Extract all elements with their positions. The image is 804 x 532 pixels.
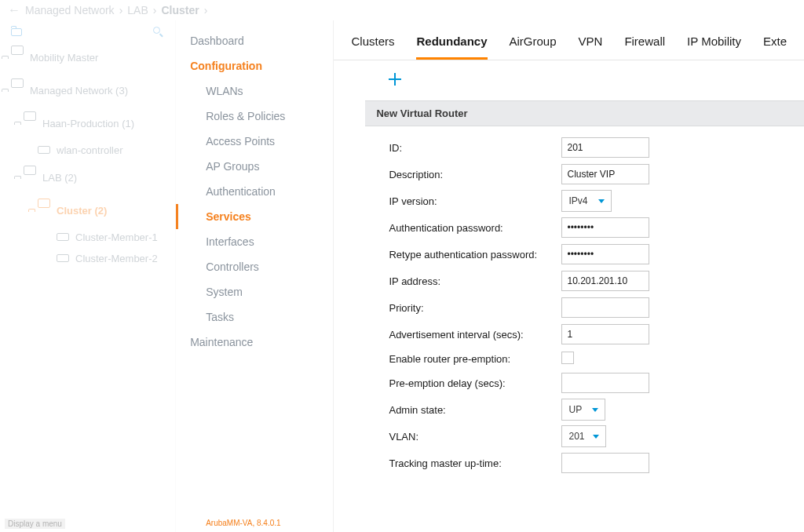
device-icon bbox=[57, 231, 69, 243]
chevron-down-icon bbox=[598, 199, 605, 203]
input-tracking[interactable] bbox=[561, 453, 649, 473]
chevron-down-icon bbox=[593, 435, 599, 439]
tree-item[interactable]: wlan-controller bbox=[0, 140, 175, 161]
tree-item[interactable]: Cluster (2) bbox=[0, 194, 175, 227]
config-menu: DashboardConfigurationWLANsRoles & Polic… bbox=[176, 20, 334, 532]
tree-item[interactable]: LAB (2) bbox=[0, 161, 175, 194]
main-panel: ClustersRedundancyAirGroupVPNFirewallIP … bbox=[334, 20, 804, 532]
label-id: ID: bbox=[389, 142, 561, 154]
menu-item[interactable]: Services bbox=[176, 204, 333, 229]
select-admin-state[interactable]: UP bbox=[561, 399, 605, 421]
tree-item[interactable]: Cluster-Member-1 bbox=[0, 227, 175, 248]
tab[interactable]: IP Mobility bbox=[687, 35, 741, 60]
menu-item[interactable]: WLANs bbox=[176, 78, 333, 104]
menu-item[interactable]: Interfaces bbox=[176, 229, 333, 254]
menu-item[interactable]: Maintenance bbox=[176, 330, 333, 355]
label-preempt-delay: Pre-emption delay (secs): bbox=[389, 377, 561, 389]
tree-item[interactable]: Cluster-Member-2 bbox=[0, 248, 175, 269]
section-header: New Virtual Router bbox=[365, 100, 804, 126]
tree-item-label: Cluster (2) bbox=[57, 205, 107, 217]
input-priority[interactable] bbox=[561, 297, 649, 318]
tree-item[interactable]: Haan-Production (1) bbox=[0, 107, 175, 140]
menu-item[interactable]: Controllers bbox=[176, 254, 333, 279]
input-auth-password[interactable] bbox=[561, 217, 649, 238]
folder-icon bbox=[11, 46, 24, 69]
form-new-virtual-router: ID: Description: IP version: IPv4 bbox=[334, 126, 804, 484]
menu-item[interactable]: System bbox=[176, 279, 333, 304]
back-icon[interactable]: ← bbox=[8, 4, 20, 16]
breadcrumb: ← Managed Network › LAB › Cluster › bbox=[0, 0, 804, 20]
version-footer: ArubaMM-VA, 8.4.0.1 bbox=[206, 519, 280, 527]
menu-item[interactable]: Tasks bbox=[176, 304, 333, 330]
status-hint: Display a menu bbox=[5, 519, 65, 529]
menu-item[interactable]: Authentication bbox=[176, 179, 333, 204]
folder-search-icon[interactable] bbox=[11, 27, 24, 38]
tree-item-label: Cluster-Member-2 bbox=[75, 253, 158, 264]
tree-item-label: wlan-controller bbox=[57, 144, 123, 156]
label-adv-interval: Advertisement interval (secs): bbox=[389, 329, 561, 341]
label-vlan: VLAN: bbox=[389, 431, 561, 443]
label-ip-version: IP version: bbox=[389, 195, 561, 207]
checkbox-preemption[interactable] bbox=[561, 352, 574, 364]
input-description[interactable] bbox=[561, 164, 649, 184]
chevron-right-icon: › bbox=[204, 4, 208, 16]
device-icon bbox=[38, 144, 50, 156]
input-preempt-delay[interactable] bbox=[561, 373, 649, 393]
select-ip-version[interactable]: IPv4 bbox=[561, 190, 612, 212]
breadcrumb-item[interactable]: Managed Network bbox=[25, 4, 115, 16]
select-vlan[interactable]: 201 bbox=[561, 425, 605, 447]
label-auth-password: Authentication password: bbox=[389, 222, 561, 234]
label-auth-password-retype: Retype authentication password: bbox=[389, 249, 561, 261]
input-ip-address[interactable] bbox=[561, 271, 649, 291]
menu-item[interactable]: Configuration bbox=[176, 53, 333, 78]
chevron-down-icon bbox=[592, 408, 598, 412]
folder-icon bbox=[38, 199, 50, 222]
label-priority: Priority: bbox=[389, 302, 561, 314]
breadcrumb-item-active[interactable]: Cluster bbox=[161, 4, 199, 16]
label-description: Description: bbox=[389, 169, 561, 180]
menu-item[interactable]: AP Groups bbox=[176, 154, 333, 179]
chevron-right-icon: › bbox=[119, 4, 123, 16]
label-ip-address: IP address: bbox=[389, 275, 561, 287]
tree-item-label: Haan-Production (1) bbox=[42, 118, 134, 129]
tab[interactable]: Clusters bbox=[351, 35, 394, 60]
tree-item-label: Mobility Master bbox=[30, 52, 98, 64]
add-button[interactable] bbox=[389, 73, 401, 86]
input-adv-interval[interactable] bbox=[561, 324, 649, 344]
tab[interactable]: Firewall bbox=[624, 35, 665, 60]
tree-item-label: LAB (2) bbox=[42, 172, 77, 184]
tabs: ClustersRedundancyAirGroupVPNFirewallIP … bbox=[334, 20, 804, 60]
menu-item[interactable]: Dashboard bbox=[176, 28, 333, 53]
folder-icon bbox=[24, 166, 36, 189]
tab[interactable]: Exte bbox=[763, 35, 787, 60]
chevron-right-icon: › bbox=[153, 4, 157, 16]
tab[interactable]: AirGroup bbox=[510, 35, 557, 60]
folder-icon bbox=[11, 78, 24, 102]
tree-item[interactable]: Managed Network (3) bbox=[0, 74, 175, 107]
tree-item[interactable]: Mobility Master bbox=[0, 41, 175, 74]
hierarchy-tree: Mobility MasterManaged Network (3)Haan-P… bbox=[0, 20, 176, 532]
tab[interactable]: Redundancy bbox=[416, 35, 487, 60]
label-tracking: Tracking master up-time: bbox=[389, 457, 561, 469]
tree-item-label: Cluster-Member-1 bbox=[75, 231, 158, 243]
menu-item[interactable]: Roles & Policies bbox=[176, 104, 333, 129]
search-icon[interactable] bbox=[153, 27, 164, 38]
tree-item-label: Managed Network (3) bbox=[30, 85, 128, 97]
breadcrumb-item[interactable]: LAB bbox=[127, 4, 148, 16]
label-preemption: Enable router pre-emption: bbox=[389, 353, 561, 365]
label-admin-state: Admin state: bbox=[389, 404, 561, 416]
folder-icon bbox=[24, 111, 36, 135]
device-icon bbox=[57, 253, 69, 264]
tab[interactable]: VPN bbox=[579, 35, 603, 60]
input-auth-password-retype[interactable] bbox=[561, 244, 649, 264]
input-id[interactable] bbox=[561, 137, 649, 158]
menu-item[interactable]: Access Points bbox=[176, 129, 333, 154]
